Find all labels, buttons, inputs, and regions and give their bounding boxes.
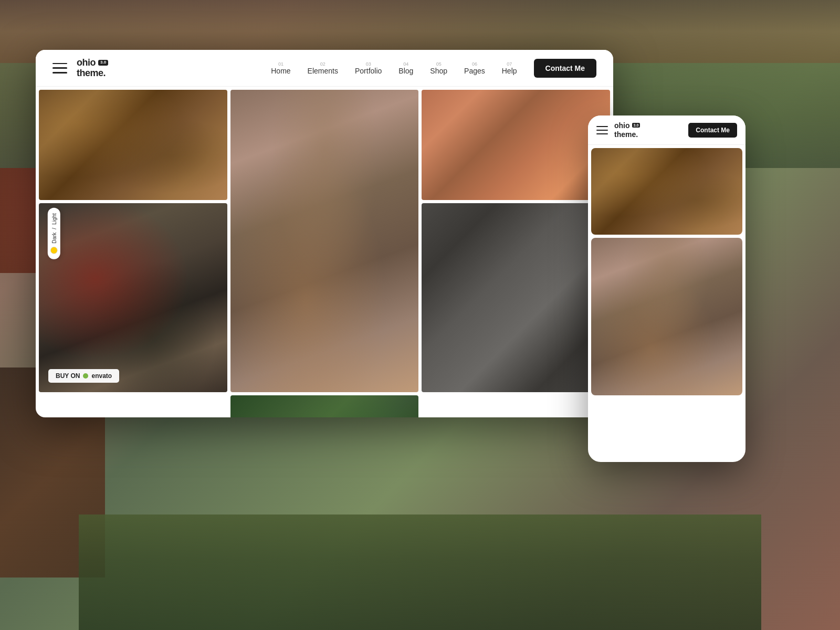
logo[interactable]: ohio 3.0 theme. bbox=[77, 58, 108, 79]
woman-fern-image bbox=[230, 90, 419, 392]
dark-right-image bbox=[422, 203, 610, 392]
nav-portfolio[interactable]: 03 Portfolio bbox=[355, 61, 382, 75]
mobile-contact-button[interactable]: Contact Me bbox=[688, 123, 737, 138]
nav-links: 01 Home 02 Elements 03 Portfolio 04 Blog… bbox=[271, 61, 517, 75]
dark-label: Dark bbox=[51, 233, 57, 244]
mobile-logo-theme: theme. bbox=[614, 130, 638, 139]
mobile-woman-image bbox=[591, 238, 742, 395]
theme-toggle[interactable]: Dark / Light bbox=[48, 208, 60, 259]
nav-shop[interactable]: 05 Shop bbox=[430, 61, 447, 75]
leaves-image bbox=[230, 395, 419, 417]
logo-ohio: ohio bbox=[77, 58, 96, 68]
mobile-navbar: ohio 3.0 theme. Contact Me bbox=[588, 116, 746, 145]
separator: / bbox=[51, 228, 57, 229]
envato-icon bbox=[83, 373, 88, 379]
buy-on-label: BUY ON bbox=[56, 372, 80, 380]
woman-red-jacket-image: BUY ON envato bbox=[39, 203, 227, 392]
desktop-navbar: ohio 3.0 theme. 01 Home 02 Elements 03 P… bbox=[36, 50, 613, 87]
coffee-image-top bbox=[422, 90, 610, 200]
nav-blog[interactable]: 04 Blog bbox=[398, 61, 413, 75]
mobile-hamburger-icon[interactable] bbox=[596, 126, 608, 134]
hamburger-icon[interactable] bbox=[52, 63, 67, 74]
nav-pages[interactable]: 06 Pages bbox=[464, 61, 485, 75]
mobile-mockup: ohio 3.0 theme. Contact Me bbox=[588, 116, 746, 462]
bg-leaves-bottom bbox=[79, 514, 761, 630]
desktop-mockup: Dark / Light ohio 3.0 theme. 01 Home bbox=[36, 50, 613, 417]
mobile-content bbox=[588, 145, 746, 398]
logo-theme: theme. bbox=[77, 68, 106, 78]
mobile-food-image bbox=[591, 148, 742, 235]
envato-badge[interactable]: BUY ON envato bbox=[48, 369, 119, 383]
light-label: Light bbox=[51, 213, 57, 225]
mobile-logo-ohio: ohio bbox=[614, 121, 630, 130]
envato-label: envato bbox=[91, 372, 112, 380]
content-grid: BUY ON envato bbox=[36, 87, 613, 417]
nav-home[interactable]: 01 Home bbox=[271, 61, 290, 75]
nav-help[interactable]: 07 Help bbox=[502, 61, 517, 75]
mobile-logo-badge: 3.0 bbox=[632, 123, 640, 128]
logo-badge: 3.0 bbox=[98, 60, 108, 66]
contact-button[interactable]: Contact Me bbox=[534, 59, 596, 78]
toggle-circle bbox=[50, 247, 58, 254]
mobile-logo[interactable]: ohio 3.0 theme. bbox=[614, 121, 688, 139]
food-image-top bbox=[39, 90, 227, 200]
nav-elements[interactable]: 02 Elements bbox=[308, 61, 338, 75]
